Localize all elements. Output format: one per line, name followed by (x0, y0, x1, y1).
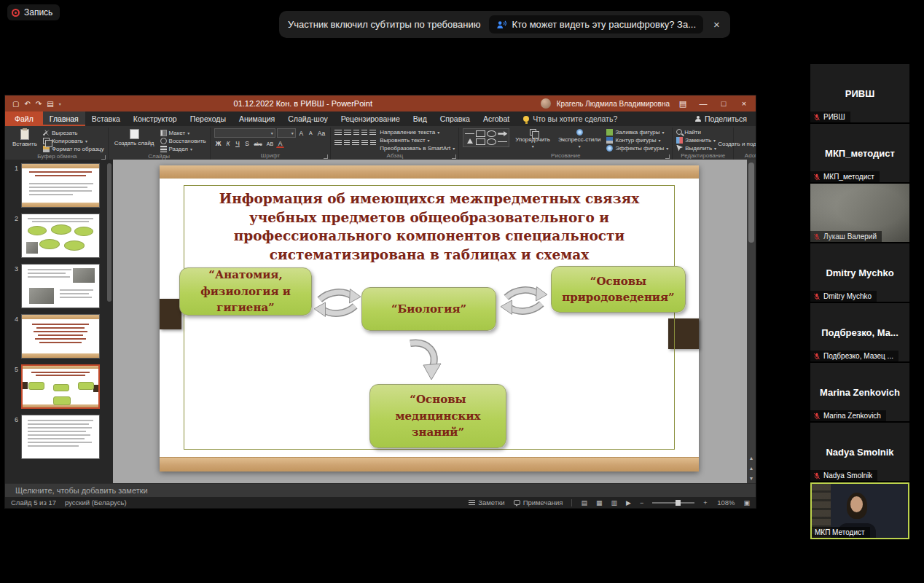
align-left-icon[interactable] (334, 140, 342, 146)
undo-icon[interactable]: ↶ (24, 100, 30, 108)
rectangle-shape-icon[interactable] (476, 130, 485, 137)
notes-toggle[interactable]: Заметки (469, 498, 504, 506)
align-right-icon[interactable] (352, 140, 359, 146)
grow-font-button[interactable]: А (297, 129, 305, 138)
tab-acrobat[interactable]: Acrobat (477, 111, 516, 126)
thumbnail-scrollbar[interactable] (107, 163, 111, 302)
shrink-font-button[interactable]: А (307, 129, 315, 138)
shape-outline-button[interactable]: Контур фигуры▾ (606, 136, 668, 144)
comments-toggle[interactable]: Примечания (514, 498, 563, 506)
slide-thumbnail-4[interactable]: 4 (9, 314, 103, 359)
user-avatar[interactable] (541, 98, 551, 109)
minimize-icon[interactable]: — (696, 99, 710, 108)
frame-shape-icon[interactable] (476, 138, 485, 145)
justify-icon[interactable] (361, 140, 368, 146)
align-text-button[interactable]: Выровнять текст▾ (380, 136, 455, 144)
shapes-gallery[interactable] (463, 128, 509, 147)
slide-5[interactable]: Информация об имеющихся межпредметных св… (160, 165, 699, 472)
convert-smartart-button[interactable]: Преобразовать в SmartArt▾ (380, 144, 455, 152)
zoom-slider[interactable] (652, 502, 694, 504)
slide-sorter-view-icon[interactable]: ▦ (596, 499, 603, 506)
tab-animations[interactable]: Анимация (232, 111, 281, 126)
canvas-scrollbar[interactable]: ▲ ▲ ▼ (747, 160, 756, 483)
cut-button[interactable]: Вырезать (43, 129, 104, 136)
triangle-shape-icon[interactable] (467, 138, 473, 144)
previous-slide-icon[interactable]: ▲ (747, 463, 756, 473)
tab-design[interactable]: Конструктор (127, 111, 184, 126)
participant-tile[interactable]: Marina Zenkovich Marina Zenkovich (810, 363, 909, 421)
who-can-see-transcript-button[interactable]: Кто может видеть эту расшифровку? За... (489, 15, 703, 34)
shape-nature-study[interactable]: “Основы природоведения” (551, 266, 686, 313)
new-slide-button[interactable]: Создать слайд (112, 128, 157, 147)
ribbon-display-options-icon[interactable]: ▤ (676, 99, 690, 109)
close-icon[interactable]: × (712, 18, 721, 31)
arrow-shape-icon[interactable] (498, 130, 507, 137)
underline-button[interactable]: Ч (233, 139, 241, 148)
zoom-slider-thumb[interactable] (676, 500, 681, 506)
increase-indent-icon[interactable] (361, 130, 367, 136)
line-spacing-icon[interactable] (369, 130, 376, 136)
columns-icon[interactable] (370, 140, 376, 146)
arrange-button[interactable]: Упорядочить▾ (513, 128, 552, 149)
shape-anatomy[interactable]: “Анатомия, физиология и гигиена” (179, 267, 312, 316)
participant-tile[interactable]: МКП_методист МКП_методист (810, 124, 909, 182)
tell-me-search[interactable]: Что вы хотите сделать? (516, 111, 625, 126)
redo-icon[interactable]: ↷ (36, 100, 42, 108)
shape-effects-button[interactable]: Эффекты фигуры▾ (606, 144, 668, 152)
text-shadow-button[interactable]: S (243, 139, 251, 148)
language-indicator[interactable]: русский (Беларусь) (65, 498, 127, 506)
qat-customize-icon[interactable]: ▾ (59, 101, 61, 106)
slideshow-icon[interactable]: ▤ (47, 100, 53, 108)
align-center-icon[interactable] (344, 140, 350, 146)
slide-thumbnail-1[interactable]: 1 (9, 163, 103, 208)
select-button[interactable]: Выделить▾ (676, 144, 716, 152)
slide-title[interactable]: Информация об имеющихся межпредметных св… (205, 189, 654, 264)
participant-tile-video[interactable]: Лукаш Валерий (810, 184, 909, 242)
oval-shape-icon[interactable] (487, 130, 496, 137)
strikethrough-button[interactable]: abc (252, 139, 263, 148)
quick-styles-button[interactable]: Экспресс-стили▾ (556, 128, 603, 149)
numbering-icon[interactable] (344, 130, 351, 136)
ellipse-shape-icon[interactable] (487, 138, 496, 145)
line-shape-icon[interactable] (465, 133, 474, 134)
tab-review[interactable]: Рецензирование (334, 111, 407, 126)
character-spacing-button[interactable]: АВ (265, 139, 275, 148)
decrease-indent-icon[interactable] (353, 130, 359, 136)
participant-tile[interactable]: РИВШ РИВШ (810, 64, 909, 122)
tab-slideshow[interactable]: Слайд-шоу (281, 111, 334, 126)
section-button[interactable]: Раздел▾ (160, 145, 206, 152)
zoom-out-icon[interactable]: − (640, 499, 643, 506)
shape-biology[interactable]: “Биология” (361, 287, 496, 331)
tab-help[interactable]: Справка (434, 111, 477, 126)
dialog-launcher-icon[interactable] (452, 154, 456, 159)
bold-button[interactable]: Ж (214, 139, 223, 148)
layout-button[interactable]: Макет▾ (160, 129, 206, 136)
participant-tile[interactable]: Nadya Smolnik Nadya Smolnik (810, 423, 909, 481)
zoom-in-icon[interactable]: + (703, 499, 707, 506)
bullets-icon[interactable] (334, 130, 342, 136)
tab-home[interactable]: Главная (43, 111, 85, 126)
slide-thumbnail-6[interactable]: 6 (9, 415, 103, 459)
share-button[interactable]: Поделиться (686, 111, 756, 126)
participant-tile[interactable]: Подбрезко, Ма... Подбрезко, Мазец ... (810, 303, 909, 361)
zoom-percentage[interactable]: 108% (716, 498, 735, 506)
reading-view-icon[interactable]: ▥ (611, 499, 618, 506)
save-icon[interactable]: ▢ (12, 100, 19, 108)
shape-fill-button[interactable]: Заливка фигуры▾ (606, 128, 668, 136)
paste-button[interactable]: Вставить (10, 128, 39, 148)
close-window-icon[interactable]: × (737, 99, 751, 108)
shape-medical-basics[interactable]: “Основы медицинских знаний” (369, 384, 506, 448)
slide-counter[interactable]: Слайд 5 из 17 (11, 498, 56, 506)
maximize-icon[interactable]: □ (716, 99, 731, 108)
fit-to-window-icon[interactable]: ▣ (743, 499, 750, 506)
text-direction-button[interactable]: Направление текста▾ (380, 128, 455, 136)
normal-view-icon[interactable]: ▤ (581, 499, 587, 506)
slide-thumbnail-2[interactable]: 2 (9, 214, 103, 258)
tab-insert[interactable]: Вставка (85, 111, 127, 126)
participant-tile[interactable]: Dmitry Mychko Dmitry Mychko (810, 243, 909, 302)
font-color-button[interactable]: А (276, 139, 284, 148)
next-slide-icon[interactable]: ▼ (747, 473, 756, 483)
scrollbar-thumb[interactable] (748, 163, 754, 243)
connector-shape-icon[interactable] (498, 141, 507, 142)
dialog-launcher-icon[interactable] (324, 154, 328, 159)
